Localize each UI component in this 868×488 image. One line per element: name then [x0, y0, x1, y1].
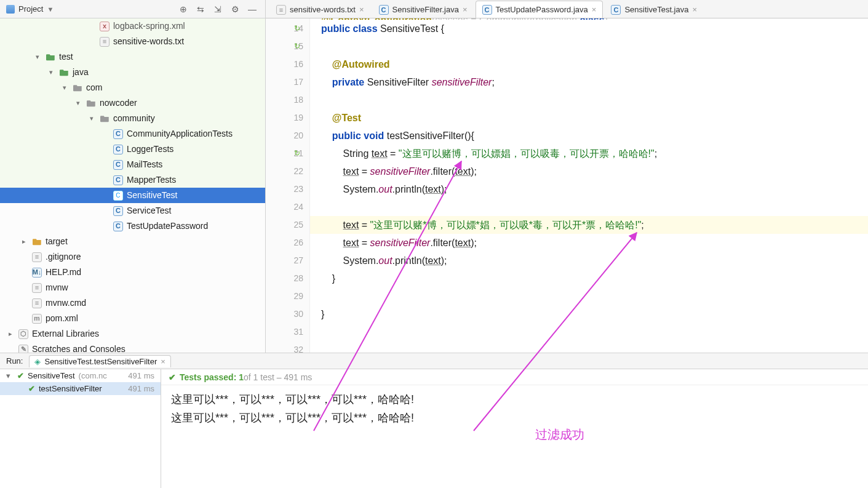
twisty-icon[interactable]: ▾	[47, 65, 55, 80]
code-line[interactable]: String text = "这里可以赌博，可以嫖娼，可以吸毒，可以开票，哈哈哈…	[310, 145, 868, 162]
twisty-icon[interactable]: ▸	[20, 234, 28, 249]
tree-label: sensitive-words.txt	[113, 34, 184, 49]
tree-label: java	[73, 65, 89, 80]
code-line[interactable]: }	[310, 270, 868, 287]
code-line[interactable]	[310, 38, 868, 55]
tree-node[interactable]: CMapperTests	[0, 172, 265, 188]
tree-label: nowcoder	[100, 95, 137, 111]
editor-tab[interactable]: CSensitiveTest.java×	[604, 1, 704, 18]
tree-node[interactable]: CLoggerTests	[0, 142, 265, 157]
tree-node[interactable]: ▾nowcoder	[0, 95, 265, 111]
gutter-mark-icon[interactable]: ↻	[294, 145, 300, 162]
run-panel: Run: ◈ SensitiveTest.testSensitiveFilter…	[0, 353, 868, 488]
tree-label: MailTests	[127, 157, 162, 172]
tab-label: SensitiveTest.java	[624, 5, 688, 14]
tab-close-icon[interactable]: ×	[592, 5, 597, 14]
gutter-line: 16	[266, 55, 309, 73]
tree-node[interactable]: CCommunityApplicationTests	[0, 126, 265, 142]
gutter-line: ↻21	[266, 145, 309, 162]
code-line[interactable]: System.out.println(text);	[310, 252, 868, 270]
tree-node[interactable]: M↓HELP.md	[0, 265, 265, 280]
code-line[interactable]: public void testSensitiveFilter(){	[310, 127, 868, 145]
collapse-icon[interactable]: ⇲	[211, 2, 225, 16]
twisty-icon[interactable]: ▾	[74, 95, 82, 111]
code-editor[interactable]: @ContextConfiguration(classes = Communit…	[310, 18, 868, 353]
gutter: ↻14↻151617181920↻21222324252627282930313…	[266, 18, 310, 353]
gutter-line: 26	[266, 234, 309, 252]
twisty-icon[interactable]: ▾	[87, 111, 96, 126]
code-line[interactable]	[310, 198, 868, 216]
gutter-line: 32	[266, 341, 309, 353]
code-line[interactable]: }	[310, 305, 868, 323]
tree-node[interactable]: ▾test	[0, 49, 265, 65]
twisty-icon[interactable]: ▾	[33, 49, 42, 65]
run-label: Run:	[6, 356, 23, 366]
editor-tab[interactable]: ≡sensitive-words.txt×	[269, 1, 371, 18]
tree-node[interactable]: ✎Scratches and Consoles	[0, 342, 265, 353]
test-node[interactable]: ✔ testSensitiveFilter 491 ms	[0, 382, 161, 395]
run-tab-close-icon[interactable]: ×	[161, 357, 165, 366]
tree-label: ServiceTest	[127, 203, 171, 218]
test-duration: 491 ms	[128, 384, 154, 393]
tree-node[interactable]: ≡.gitignore	[0, 249, 265, 265]
tree-node[interactable]: CTestUpdatePassword	[0, 218, 265, 234]
code-line[interactable]: text = sensitiveFilter.filter(text);	[310, 234, 868, 252]
code-line[interactable]: @Test	[310, 109, 868, 127]
code-line[interactable]: public class SensitiveTest {	[310, 20, 868, 38]
code-line[interactable]: @Autowired	[310, 55, 868, 73]
locate-icon[interactable]: ⊕	[177, 2, 190, 16]
tab-close-icon[interactable]: ×	[463, 5, 468, 14]
check-icon: ✔	[17, 371, 24, 380]
check-icon: ✔	[28, 384, 35, 393]
editor-tab[interactable]: CSensitiveFilter.java×	[372, 1, 474, 18]
gutter-line: 31	[266, 323, 309, 341]
tree-node[interactable]: ≡sensitive-words.txt	[0, 34, 265, 49]
test-tree[interactable]: ▾ ✔ SensitiveTest (com.nc 491 ms ✔ testS…	[0, 369, 161, 488]
twisty-icon[interactable]: ▾	[60, 80, 69, 95]
project-tree[interactable]: xlogback-spring.xml≡sensitive-words.txt▾…	[0, 18, 265, 353]
annotation-label: 过滤成功	[535, 426, 584, 443]
tree-node[interactable]: ▸⬡External Libraries	[0, 326, 265, 342]
hide-icon[interactable]: —	[245, 2, 259, 16]
tree-label: TestUpdatePassword	[127, 218, 208, 234]
project-dropdown-icon[interactable]: ▼	[47, 6, 54, 13]
code-line[interactable]: private SensitiveFilter sensitiveFilter;	[310, 73, 868, 91]
tree-label: community	[113, 111, 155, 126]
tree-node[interactable]: ▾com	[0, 80, 265, 95]
tree-node[interactable]: mpom.xml	[0, 311, 265, 326]
code-line[interactable]	[310, 323, 868, 341]
tab-close-icon[interactable]: ×	[359, 5, 364, 14]
code-line[interactable]: text = sensitiveFilter.filter(text);	[310, 162, 868, 180]
console-output[interactable]: 这里可以***，可以***，可以***，可以***，哈哈哈!这里可以***，可以…	[161, 385, 868, 488]
test-node[interactable]: ▾ ✔ SensitiveTest (com.nc 491 ms	[0, 369, 161, 382]
tree-node[interactable]: ≡mvnw.cmd	[0, 295, 265, 311]
run-config-name: SensitiveTest.testSensitiveFilter	[44, 357, 157, 366]
gutter-mark-icon[interactable]: ↻	[294, 38, 300, 55]
code-line[interactable]: text = "这里可以赌*博，可以嫖*娼，可以吸*毒，可以开*票，哈哈哈!";	[310, 216, 868, 234]
code-line[interactable]: System.out.println(text);	[310, 180, 868, 198]
tree-node[interactable]: CMailTests	[0, 157, 265, 172]
gutter-line: 23	[266, 180, 309, 198]
tree-node[interactable]: ▸target	[0, 234, 265, 249]
code-line[interactable]	[310, 287, 868, 305]
twisty-icon[interactable]: ▸	[6, 326, 15, 342]
autoscroll-icon[interactable]: ⇆	[194, 2, 207, 16]
tree-node[interactable]: ≡mvnw	[0, 280, 265, 295]
tree-node[interactable]: CSensitiveTest	[0, 188, 265, 203]
tree-label: test	[59, 49, 73, 65]
twisty-icon[interactable]: ▾	[6, 371, 14, 380]
editor-tab[interactable]: CTestUpdatePassword.java×	[476, 1, 603, 18]
tree-label: CommunityApplicationTests	[127, 126, 233, 142]
tree-label: mvnw	[46, 280, 68, 295]
tree-node[interactable]: ▾java	[0, 65, 265, 80]
settings-icon[interactable]: ⚙	[228, 2, 242, 16]
tree-node[interactable]: xlogback-spring.xml	[0, 18, 265, 34]
tree-node[interactable]: CServiceTest	[0, 203, 265, 218]
run-config-tab[interactable]: ◈ SensitiveTest.testSensitiveFilter ×	[29, 355, 170, 367]
gutter-mark-icon[interactable]: ↻	[294, 20, 300, 38]
tree-label: mvnw.cmd	[46, 295, 86, 311]
code-line[interactable]	[310, 91, 868, 109]
tree-label: target	[46, 234, 68, 249]
tab-close-icon[interactable]: ×	[692, 5, 697, 14]
tree-node[interactable]: ▾community	[0, 111, 265, 126]
